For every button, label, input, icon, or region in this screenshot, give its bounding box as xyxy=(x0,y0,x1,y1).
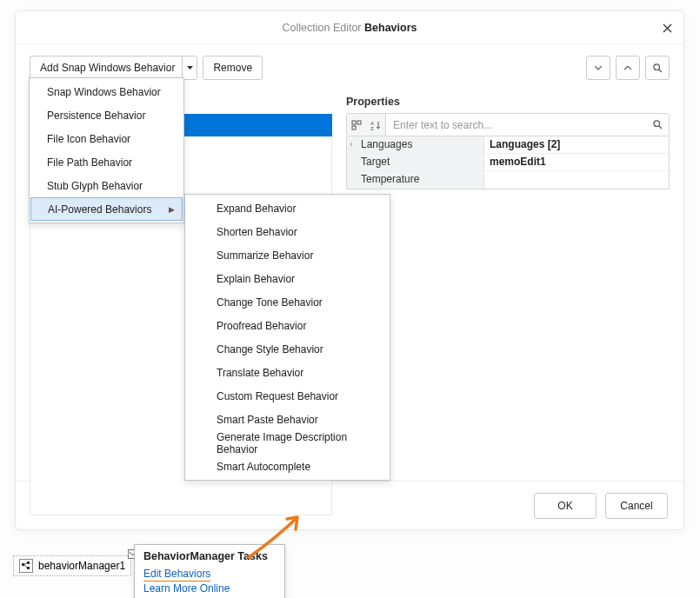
alphabetical-icon: AZ xyxy=(370,120,381,130)
submenu-item[interactable]: Change Tone Behavior xyxy=(185,290,390,314)
submenu-item[interactable]: Proofread Behavior xyxy=(185,314,390,337)
submenu-item[interactable]: Change Style Behavior xyxy=(185,337,390,361)
submenu-item[interactable]: Translate Behavior xyxy=(185,361,390,384)
svg-text:Z: Z xyxy=(370,126,374,130)
submenu-item[interactable]: Smart Autocomplete xyxy=(185,455,390,478)
title-prefix: Collection Editor xyxy=(283,22,365,34)
properties-search-input[interactable] xyxy=(386,114,646,136)
submenu-item[interactable]: Summarize Behavior xyxy=(185,243,390,267)
component-icon xyxy=(19,559,33,573)
property-row[interactable]: Languages Languages [2] xyxy=(347,136,669,154)
magnifier-icon xyxy=(653,120,663,130)
chevron-up-icon xyxy=(624,66,631,70)
search-toolbar-button[interactable] xyxy=(645,56,670,80)
property-value[interactable]: memoEdit1 xyxy=(484,154,669,170)
property-value[interactable]: Languages [2] xyxy=(484,136,669,153)
edit-behaviors-link[interactable]: Edit Behaviors xyxy=(143,567,210,581)
learn-more-link[interactable]: Learn More Online xyxy=(143,581,230,595)
submenu-item[interactable]: Smart Paste Behavior xyxy=(185,408,390,431)
menu-item-stub-glyph[interactable]: Stub Glyph Behavior xyxy=(30,174,183,197)
alphabetical-button[interactable]: AZ xyxy=(366,114,385,136)
close-icon xyxy=(663,23,672,33)
svg-rect-1 xyxy=(352,121,356,124)
add-behavior-menu[interactable]: Snap Windows Behavior Persistence Behavi… xyxy=(29,77,184,223)
svg-rect-8 xyxy=(27,561,30,564)
ai-behaviors-submenu[interactable]: Expand Behavior Shorten Behavior Summari… xyxy=(184,194,390,481)
tasks-title: BehaviorManager Tasks xyxy=(143,550,276,562)
component-label: behaviorManager1 xyxy=(38,560,125,572)
search-icon xyxy=(653,63,663,73)
add-behavior-dropdown[interactable] xyxy=(182,56,197,80)
caret-down-icon xyxy=(187,66,193,70)
property-key: Languages xyxy=(347,136,484,153)
submenu-item[interactable]: Custom Request Behavior xyxy=(185,384,390,408)
titlebar: Collection Editor Behaviors xyxy=(16,11,683,44)
submenu-item[interactable]: Generate Image Description Behavior xyxy=(185,431,390,455)
property-row[interactable]: Temperature xyxy=(347,171,669,189)
chevron-down-icon xyxy=(595,66,602,70)
menu-item-file-path[interactable]: File Path Behavior xyxy=(30,150,183,174)
properties-search-row: AZ xyxy=(346,113,670,136)
property-row[interactable]: Target memoEdit1 xyxy=(347,154,669,171)
ok-button[interactable]: OK xyxy=(534,493,597,519)
svg-rect-9 xyxy=(27,567,30,569)
add-behavior-button[interactable]: Add Snap Windows Behavior xyxy=(30,56,182,80)
submenu-arrow-icon: ▶ xyxy=(169,205,175,214)
menu-item-ai-powered[interactable]: AI-Powered Behaviors ▶ xyxy=(30,197,183,221)
title-main: Behaviors xyxy=(364,22,417,34)
submenu-item[interactable]: Explain Behavior xyxy=(185,267,390,290)
remove-button[interactable]: Remove xyxy=(203,56,263,80)
submenu-item[interactable]: Expand Behavior xyxy=(185,196,390,220)
categorized-button[interactable] xyxy=(347,114,366,136)
component-behaviormanager[interactable]: behaviorManager1 xyxy=(13,555,131,576)
behaviormanager-tasks-panel: BehaviorManager Tasks Edit Behaviors Lea… xyxy=(134,544,285,598)
svg-rect-3 xyxy=(352,126,356,130)
properties-pane: Properties AZ Languages L xyxy=(346,89,670,481)
svg-point-6 xyxy=(653,121,659,127)
properties-search-icon-btn[interactable] xyxy=(646,114,669,136)
submenu-item[interactable]: Shorten Behavior xyxy=(185,220,390,243)
menu-item-snap-windows[interactable]: Snap Windows Behavior xyxy=(30,80,183,103)
menu-item-persistence[interactable]: Persistence Behavior xyxy=(30,103,183,127)
move-down-button[interactable] xyxy=(586,56,610,80)
svg-rect-7 xyxy=(22,563,24,566)
menu-item-file-icon[interactable]: File Icon Behavior xyxy=(30,127,183,150)
property-key: Temperature xyxy=(347,171,484,189)
properties-grid[interactable]: Languages Languages [2] Target memoEdit1… xyxy=(346,136,670,189)
menu-item-label: AI-Powered Behaviors xyxy=(48,203,151,216)
close-button[interactable] xyxy=(657,18,677,37)
svg-rect-2 xyxy=(357,121,361,124)
move-up-button[interactable] xyxy=(616,56,640,80)
svg-point-0 xyxy=(653,63,659,70)
property-value[interactable] xyxy=(484,171,669,189)
property-key: Target xyxy=(347,154,484,170)
cancel-button[interactable]: Cancel xyxy=(605,493,668,519)
categorized-icon xyxy=(351,120,362,130)
properties-header: Properties xyxy=(346,89,670,113)
component-tray: behaviorManager1 xyxy=(13,555,687,576)
